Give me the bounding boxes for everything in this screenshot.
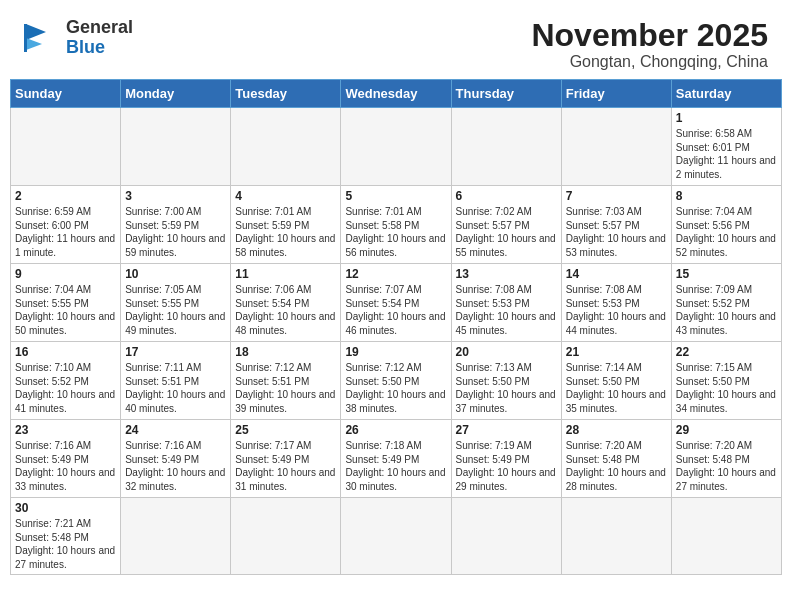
day-number: 30: [15, 501, 116, 515]
day-info: Sunrise: 7:01 AM Sunset: 5:58 PM Dayligh…: [345, 205, 446, 259]
day-header-cell: Tuesday: [231, 80, 341, 108]
day-info: Sunrise: 7:12 AM Sunset: 5:51 PM Dayligh…: [235, 361, 336, 415]
day-number: 18: [235, 345, 336, 359]
calendar-table: SundayMondayTuesdayWednesdayThursdayFrid…: [10, 79, 782, 575]
calendar-day-cell: 29Sunrise: 7:20 AM Sunset: 5:48 PM Dayli…: [671, 420, 781, 498]
day-number: 20: [456, 345, 557, 359]
calendar-day-cell: 23Sunrise: 7:16 AM Sunset: 5:49 PM Dayli…: [11, 420, 121, 498]
day-header-cell: Thursday: [451, 80, 561, 108]
calendar-day-cell: 12Sunrise: 7:07 AM Sunset: 5:54 PM Dayli…: [341, 264, 451, 342]
calendar-day-cell: 8Sunrise: 7:04 AM Sunset: 5:56 PM Daylig…: [671, 186, 781, 264]
day-number: 8: [676, 189, 777, 203]
day-info: Sunrise: 7:17 AM Sunset: 5:49 PM Dayligh…: [235, 439, 336, 493]
day-info: Sunrise: 7:16 AM Sunset: 5:49 PM Dayligh…: [125, 439, 226, 493]
day-number: 28: [566, 423, 667, 437]
calendar-day-cell: 24Sunrise: 7:16 AM Sunset: 5:49 PM Dayli…: [121, 420, 231, 498]
day-info: Sunrise: 7:20 AM Sunset: 5:48 PM Dayligh…: [566, 439, 667, 493]
calendar-day-cell: 2Sunrise: 6:59 AM Sunset: 6:00 PM Daylig…: [11, 186, 121, 264]
calendar-day-cell: [451, 108, 561, 186]
day-number: 21: [566, 345, 667, 359]
day-info: Sunrise: 6:59 AM Sunset: 6:00 PM Dayligh…: [15, 205, 116, 259]
header: GeneralBlue November 2025 Gongtan, Chong…: [0, 0, 792, 79]
calendar-week-row: 30Sunrise: 7:21 AM Sunset: 5:48 PM Dayli…: [11, 498, 782, 575]
calendar-day-cell: [231, 498, 341, 575]
calendar-day-cell: [11, 108, 121, 186]
calendar-week-row: 1Sunrise: 6:58 AM Sunset: 6:01 PM Daylig…: [11, 108, 782, 186]
calendar-day-cell: [561, 498, 671, 575]
day-number: 11: [235, 267, 336, 281]
day-info: Sunrise: 7:06 AM Sunset: 5:54 PM Dayligh…: [235, 283, 336, 337]
day-header-cell: Saturday: [671, 80, 781, 108]
calendar-day-cell: 18Sunrise: 7:12 AM Sunset: 5:51 PM Dayli…: [231, 342, 341, 420]
calendar-day-cell: 20Sunrise: 7:13 AM Sunset: 5:50 PM Dayli…: [451, 342, 561, 420]
day-info: Sunrise: 7:01 AM Sunset: 5:59 PM Dayligh…: [235, 205, 336, 259]
calendar: SundayMondayTuesdayWednesdayThursdayFrid…: [0, 79, 792, 612]
day-number: 4: [235, 189, 336, 203]
calendar-day-cell: [121, 498, 231, 575]
calendar-week-row: 2Sunrise: 6:59 AM Sunset: 6:00 PM Daylig…: [11, 186, 782, 264]
calendar-day-cell: [121, 108, 231, 186]
calendar-day-cell: [451, 498, 561, 575]
calendar-day-cell: 30Sunrise: 7:21 AM Sunset: 5:48 PM Dayli…: [11, 498, 121, 575]
day-info: Sunrise: 7:11 AM Sunset: 5:51 PM Dayligh…: [125, 361, 226, 415]
logo-icon: [18, 18, 62, 58]
page: GeneralBlue November 2025 Gongtan, Chong…: [0, 0, 792, 612]
day-number: 10: [125, 267, 226, 281]
calendar-day-cell: 13Sunrise: 7:08 AM Sunset: 5:53 PM Dayli…: [451, 264, 561, 342]
day-number: 13: [456, 267, 557, 281]
calendar-week-row: 9Sunrise: 7:04 AM Sunset: 5:55 PM Daylig…: [11, 264, 782, 342]
calendar-day-cell: 7Sunrise: 7:03 AM Sunset: 5:57 PM Daylig…: [561, 186, 671, 264]
calendar-day-cell: 14Sunrise: 7:08 AM Sunset: 5:53 PM Dayli…: [561, 264, 671, 342]
day-number: 2: [15, 189, 116, 203]
day-info: Sunrise: 7:07 AM Sunset: 5:54 PM Dayligh…: [345, 283, 446, 337]
day-number: 24: [125, 423, 226, 437]
day-number: 22: [676, 345, 777, 359]
title-area: November 2025 Gongtan, Chongqing, China: [531, 18, 768, 71]
day-number: 16: [15, 345, 116, 359]
day-header-cell: Sunday: [11, 80, 121, 108]
calendar-day-cell: [231, 108, 341, 186]
day-info: Sunrise: 7:02 AM Sunset: 5:57 PM Dayligh…: [456, 205, 557, 259]
day-info: Sunrise: 7:12 AM Sunset: 5:50 PM Dayligh…: [345, 361, 446, 415]
calendar-day-cell: 26Sunrise: 7:18 AM Sunset: 5:49 PM Dayli…: [341, 420, 451, 498]
day-number: 27: [456, 423, 557, 437]
calendar-day-cell: 22Sunrise: 7:15 AM Sunset: 5:50 PM Dayli…: [671, 342, 781, 420]
logo-text: GeneralBlue: [66, 17, 133, 57]
day-number: 9: [15, 267, 116, 281]
calendar-day-cell: 16Sunrise: 7:10 AM Sunset: 5:52 PM Dayli…: [11, 342, 121, 420]
day-info: Sunrise: 6:58 AM Sunset: 6:01 PM Dayligh…: [676, 127, 777, 181]
calendar-day-cell: 9Sunrise: 7:04 AM Sunset: 5:55 PM Daylig…: [11, 264, 121, 342]
day-header-cell: Monday: [121, 80, 231, 108]
calendar-day-cell: 27Sunrise: 7:19 AM Sunset: 5:49 PM Dayli…: [451, 420, 561, 498]
day-number: 5: [345, 189, 446, 203]
day-number: 14: [566, 267, 667, 281]
calendar-day-cell: [341, 108, 451, 186]
day-number: 3: [125, 189, 226, 203]
day-info: Sunrise: 7:09 AM Sunset: 5:52 PM Dayligh…: [676, 283, 777, 337]
day-number: 23: [15, 423, 116, 437]
calendar-day-cell: 17Sunrise: 7:11 AM Sunset: 5:51 PM Dayli…: [121, 342, 231, 420]
calendar-day-cell: 25Sunrise: 7:17 AM Sunset: 5:49 PM Dayli…: [231, 420, 341, 498]
day-info: Sunrise: 7:18 AM Sunset: 5:49 PM Dayligh…: [345, 439, 446, 493]
day-info: Sunrise: 7:16 AM Sunset: 5:49 PM Dayligh…: [15, 439, 116, 493]
logo-blue-text: Blue: [66, 37, 105, 57]
day-number: 29: [676, 423, 777, 437]
location: Gongtan, Chongqing, China: [531, 53, 768, 71]
day-info: Sunrise: 7:15 AM Sunset: 5:50 PM Dayligh…: [676, 361, 777, 415]
day-number: 1: [676, 111, 777, 125]
day-info: Sunrise: 7:04 AM Sunset: 5:55 PM Dayligh…: [15, 283, 116, 337]
day-header-cell: Wednesday: [341, 80, 451, 108]
day-number: 12: [345, 267, 446, 281]
day-number: 26: [345, 423, 446, 437]
calendar-day-cell: [561, 108, 671, 186]
calendar-day-cell: 10Sunrise: 7:05 AM Sunset: 5:55 PM Dayli…: [121, 264, 231, 342]
calendar-day-cell: 19Sunrise: 7:12 AM Sunset: 5:50 PM Dayli…: [341, 342, 451, 420]
day-info: Sunrise: 7:19 AM Sunset: 5:49 PM Dayligh…: [456, 439, 557, 493]
logo: GeneralBlue: [18, 18, 133, 58]
calendar-day-cell: [671, 498, 781, 575]
month-title: November 2025: [531, 18, 768, 53]
calendar-day-cell: 1Sunrise: 6:58 AM Sunset: 6:01 PM Daylig…: [671, 108, 781, 186]
day-number: 15: [676, 267, 777, 281]
day-info: Sunrise: 7:00 AM Sunset: 5:59 PM Dayligh…: [125, 205, 226, 259]
day-number: 25: [235, 423, 336, 437]
